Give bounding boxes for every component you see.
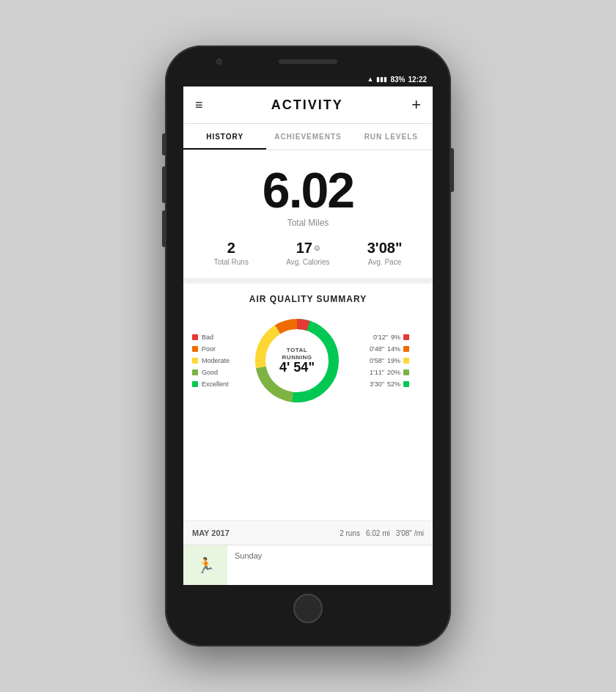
menu-icon[interactable]: ≡ [195, 97, 203, 113]
mute-button [162, 133, 165, 155]
app-header: ≡ ACTIVITY + [183, 86, 433, 124]
signal-icon: ▮▮▮ [376, 76, 387, 83]
legend-poor: Poor [192, 345, 243, 353]
right-stat-moderate: 0'58" 19% [351, 357, 409, 364]
total-runs-stat: 2 Total Runs [214, 240, 249, 266]
right-stat-good: 1'11" 20% [351, 369, 409, 376]
right-stat-excellent-pct: 52% [387, 380, 400, 388]
phone-bottom [165, 585, 451, 635]
right-stat-excellent-text: 3'30" [370, 380, 384, 388]
right-stat-bad-text: 0'12" [373, 334, 388, 341]
legend-poor-label: Poor [202, 345, 216, 353]
donut-center: TOTALRUNNING 4' 54" [279, 347, 315, 374]
air-quality-legend: Bad Poor Moderate Good [192, 334, 243, 388]
legend-bad-dot [192, 334, 198, 340]
page-title: ACTIVITY [271, 97, 343, 113]
legend-good-dot [192, 369, 198, 375]
monthly-pace: 3'08" /mi [396, 529, 424, 537]
monthly-summary: MAY 2017 2 runs 6.02 mi 3'08" /mi [183, 520, 433, 545]
battery-text: 83% [390, 76, 405, 84]
right-stat-bad-dot [403, 334, 409, 340]
status-bar: ▲ ▮▮▮ 83% 12:22 [183, 72, 433, 86]
legend-excellent-label: Excellent [202, 380, 229, 388]
volume-up-button [162, 166, 165, 203]
phone-top-area [165, 51, 451, 72]
tab-run-levels[interactable]: RUN LEVELS [350, 124, 433, 150]
right-stat-poor-pct: 14% [387, 345, 400, 353]
run-route-icon: 🏃 [197, 556, 215, 574]
tab-achievements[interactable]: ACHIEVEMENTS [266, 124, 349, 150]
air-quality-content: Bad Poor Moderate Good [192, 313, 424, 408]
right-stat-poor: 0'48" 14% [351, 345, 409, 353]
speaker [279, 59, 337, 64]
air-quality-right-stats: 0'12" 9% 0'48" 14% 0'58" 19% [351, 334, 409, 388]
right-stat-excellent-dot [403, 381, 409, 387]
wifi-icon: ▲ [367, 76, 373, 83]
legend-poor-dot [192, 346, 198, 352]
total-runs-label: Total Runs [214, 258, 249, 266]
legend-moderate-label: Moderate [202, 357, 230, 364]
avg-pace-label: Avg. Pace [367, 258, 403, 266]
volume-down-button [162, 210, 165, 247]
right-stat-excellent: 3'30" 52% [351, 380, 409, 388]
legend-good-label: Good [202, 369, 218, 376]
home-button[interactable] [293, 594, 323, 623]
tab-history[interactable]: HISTORY [183, 124, 266, 150]
phone-frame: ▲ ▮▮▮ 83% 12:22 ≡ ACTIVITY + HISTORY ACH… [165, 45, 451, 647]
avg-calories-label: Avg. Calories [286, 258, 329, 266]
right-stat-good-text: 1'11" [370, 369, 384, 376]
right-stat-moderate-text: 0'58" [370, 357, 384, 364]
legend-excellent-dot [192, 381, 198, 387]
total-runs-value: 2 [214, 240, 249, 257]
monthly-stats: 2 runs 6.02 mi 3'08" /mi [340, 529, 424, 537]
time-text: 12:22 [408, 76, 427, 84]
total-miles-label: Total Miles [195, 218, 421, 228]
legend-bad: Bad [192, 334, 243, 341]
legend-good: Good [192, 369, 243, 376]
legend-moderate-dot [192, 358, 198, 364]
add-icon[interactable]: + [411, 95, 421, 114]
avg-calories-stat: 17⊙ Avg. Calories [286, 240, 329, 266]
donut-total-label: TOTALRUNNING [279, 347, 315, 361]
run-map-thumbnail: 🏃 [183, 545, 227, 585]
legend-excellent: Excellent [192, 380, 243, 388]
avg-calories-value: 17⊙ [286, 240, 329, 257]
legend-bad-label: Bad [202, 334, 213, 341]
camera [216, 59, 222, 65]
air-quality-section: AIR QUALITY SUMMARY Bad Poor Moderate [183, 284, 433, 520]
right-stat-poor-dot [403, 346, 409, 352]
legend-moderate: Moderate [192, 357, 243, 364]
run-preview[interactable]: 🏃 Sunday [183, 545, 433, 585]
air-quality-title: AIR QUALITY SUMMARY [192, 294, 424, 304]
avg-pace-value: 3'08" [367, 240, 403, 257]
right-stat-bad: 0'12" 9% [351, 334, 409, 341]
donut-total-value: 4' 54" [279, 361, 315, 375]
total-miles-value: 6.02 [195, 165, 421, 215]
power-button [451, 148, 454, 192]
monthly-distance: 6.02 mi [366, 529, 390, 537]
tab-bar: HISTORY ACHIEVEMENTS RUN LEVELS [183, 124, 433, 150]
right-stat-bad-pct: 9% [391, 334, 400, 341]
app-screen: ≡ ACTIVITY + HISTORY ACHIEVEMENTS RUN LE… [183, 86, 433, 585]
right-stat-good-pct: 20% [387, 369, 400, 376]
right-stat-moderate-dot [403, 358, 409, 364]
right-stat-moderate-pct: 19% [387, 357, 400, 364]
stats-section: 6.02 Total Miles 2 Total Runs 17⊙ Avg. C… [183, 150, 433, 284]
stats-row: 2 Total Runs 17⊙ Avg. Calories 3'08" Avg… [195, 240, 421, 266]
monthly-runs: 2 runs [340, 529, 360, 537]
monthly-date: MAY 2017 [192, 529, 230, 537]
run-day-label: Sunday [227, 545, 269, 585]
right-stat-poor-text: 0'48" [370, 345, 384, 353]
right-stat-good-dot [403, 369, 409, 375]
donut-chart: TOTALRUNNING 4' 54" [249, 313, 345, 408]
avg-pace-stat: 3'08" Avg. Pace [367, 240, 403, 266]
